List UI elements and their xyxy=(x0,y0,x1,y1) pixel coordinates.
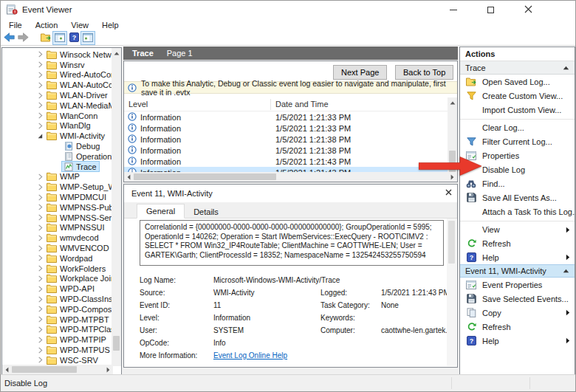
tree-item[interactable]: WPD-ClassInstal xyxy=(2,294,112,304)
tree-item[interactable]: WLAN-MediaMa xyxy=(2,100,112,111)
tree-item[interactable]: wmvdecod xyxy=(2,233,112,243)
tree-item-highlight[interactable]: WMPDMCUI xyxy=(44,193,109,202)
tree-item-highlight[interactable]: WlanConn xyxy=(44,111,100,120)
toolbar-button[interactable] xyxy=(81,32,95,44)
event-row[interactable]: Information 1/5/2021 1:21:38 PM xyxy=(124,134,448,145)
tree-item-highlight[interactable]: WorkFolders xyxy=(44,264,108,273)
back-to-top-button[interactable]: Back to Top xyxy=(395,65,453,80)
event-list-horizontal-scrollbar[interactable] xyxy=(124,172,457,182)
column-header-level[interactable]: Level xyxy=(124,99,271,110)
tree-horizontal-scrollbar[interactable] xyxy=(2,365,113,374)
tree-item-highlight[interactable]: wmvdecod xyxy=(44,233,101,243)
tree-item[interactable]: WPD-MTPBT xyxy=(2,314,112,325)
event-description[interactable]: CorrelationId = {00000000-0000-0000-0000… xyxy=(140,220,444,266)
tree-item-highlight[interactable]: Wordpad xyxy=(44,253,95,263)
tree-item[interactable]: Wired-AutoConf xyxy=(2,70,112,80)
tree-item-highlight[interactable]: Debug xyxy=(62,142,102,151)
expander-icon[interactable] xyxy=(36,316,44,323)
tree-item[interactable]: WPD-MTPUS xyxy=(2,345,112,355)
tree-item-highlight[interactable]: WMPNSS-Servic xyxy=(44,213,112,222)
collapse-icon[interactable] xyxy=(563,269,569,273)
tree-item[interactable]: Operational xyxy=(2,151,112,162)
tree-item-highlight[interactable]: WLAN-Driver xyxy=(44,91,110,100)
expander-icon[interactable] xyxy=(36,173,44,180)
tree-item-highlight[interactable]: WMP-Setup_WM xyxy=(44,182,112,192)
toolbar-button[interactable] xyxy=(16,32,30,44)
tree-item-highlight[interactable]: Wired-AutoConf xyxy=(44,70,112,80)
tree-item[interactable]: WMPDMCUI xyxy=(2,192,112,202)
collapse-icon[interactable] xyxy=(563,66,569,70)
action-item[interactable]: Copy xyxy=(460,306,575,320)
tree-item[interactable]: Trace xyxy=(2,162,112,172)
action-item[interactable]: Refresh xyxy=(460,236,575,250)
menu-item[interactable]: Action xyxy=(29,20,65,30)
actions-section-event[interactable]: Event 11, WMI-Activity xyxy=(460,264,575,278)
expander-icon[interactable] xyxy=(36,245,44,252)
tab-details[interactable]: Details xyxy=(185,205,227,219)
expander-icon[interactable] xyxy=(36,102,44,109)
tree-item[interactable]: WLAN-Driver xyxy=(2,90,112,100)
tree-vertical-scrollbar[interactable] xyxy=(112,48,121,366)
event-log-online-help-link[interactable]: Event Log Online Help xyxy=(213,351,287,360)
tree-item[interactable]: WMP xyxy=(2,172,112,182)
details-scrollbar[interactable] xyxy=(447,219,456,366)
tree-item[interactable]: WMPNSS-Public xyxy=(2,202,112,213)
maximize-button[interactable] xyxy=(478,1,503,18)
tree-item-highlight[interactable]: WMI-Activity xyxy=(44,131,107,141)
action-item[interactable]: Save Selected Events... xyxy=(460,292,575,306)
tree-item[interactable]: Winsock Networ xyxy=(2,49,112,60)
action-item[interactable]: Save All Events As... xyxy=(460,190,575,204)
tree-item-highlight[interactable]: WPD-MTPIP xyxy=(44,335,109,345)
tree-item[interactable]: WMP-Setup_WM xyxy=(2,182,112,192)
next-page-button[interactable]: Next Page xyxy=(333,65,387,80)
event-row[interactable]: Information 1/5/2021 1:21:33 PM xyxy=(124,123,448,134)
tree-item-highlight[interactable]: WMPNSS-Public xyxy=(44,202,112,212)
menu-item[interactable]: View xyxy=(64,20,95,30)
expander-icon[interactable] xyxy=(36,133,44,140)
expander-icon[interactable] xyxy=(36,123,44,129)
minimize-button[interactable] xyxy=(441,1,466,18)
tree-item[interactable]: Debug xyxy=(2,141,112,151)
expander-icon[interactable] xyxy=(36,326,44,333)
action-item[interactable]: Refresh xyxy=(460,320,575,334)
action-item[interactable]: Open Saved Log... xyxy=(460,75,575,89)
tree-item[interactable]: WPD-MTPClassD xyxy=(2,325,112,335)
action-item[interactable]: View xyxy=(460,221,575,236)
tree-item[interactable]: Workplace Join xyxy=(2,274,112,284)
toolbar-button[interactable]: ? xyxy=(67,32,80,44)
tree-item[interactable]: WMI-Activity xyxy=(2,131,112,141)
tree-item-highlight[interactable]: WPD-Composite xyxy=(44,304,112,314)
tree-item-highlight[interactable]: Winsrv xyxy=(44,60,87,69)
event-row[interactable]: Information 1/5/2021 1:21:33 PM xyxy=(124,111,448,123)
expander-icon[interactable] xyxy=(36,194,44,201)
tree-item[interactable]: WPD-Composite xyxy=(2,304,112,314)
expander-icon[interactable] xyxy=(36,204,44,210)
tree-item[interactable]: WMPNSSUI xyxy=(2,223,112,233)
tree-item[interactable]: Wordpad xyxy=(2,253,112,264)
event-row[interactable]: Information 1/5/2021 1:21:38 PM xyxy=(124,145,448,156)
expander-icon[interactable] xyxy=(36,112,44,119)
tree-item[interactable]: WLAN-AutoConf xyxy=(2,80,112,90)
tree-item-highlight[interactable]: Workplace Join xyxy=(44,274,112,283)
action-item[interactable]: Filter Current Log... xyxy=(460,134,575,148)
event-row[interactable]: Information 1/5/2021 1:21:43 PM xyxy=(124,156,448,167)
tree-item-highlight[interactable]: Trace xyxy=(62,162,99,171)
tree-item-highlight[interactable]: WSC-SRV xyxy=(44,355,100,365)
expander-icon[interactable] xyxy=(36,224,44,231)
action-item[interactable]: ? Help xyxy=(460,334,575,348)
tree-item-highlight[interactable]: WPD-MTPBT xyxy=(44,314,112,324)
tree-item-highlight[interactable]: WLAN-MediaMa xyxy=(44,100,112,110)
tree-item-highlight[interactable]: WPD-API xyxy=(44,284,97,294)
scroll-left-icon[interactable] xyxy=(124,172,134,182)
tree-item[interactable]: WMPNSS-Servic xyxy=(2,213,112,223)
tree-item[interactable]: WlanDlg xyxy=(2,121,112,131)
tree-item[interactable]: WMVENCOD xyxy=(2,243,112,253)
action-item[interactable]: Import Custom View... xyxy=(460,103,575,117)
tree-hscrollbar-thumb[interactable] xyxy=(12,366,77,373)
expander-icon[interactable] xyxy=(36,265,44,272)
tab-general[interactable]: General xyxy=(137,204,185,219)
expander-icon[interactable] xyxy=(36,92,44,99)
title-bar[interactable]: Event Viewer xyxy=(1,1,575,18)
expander-icon[interactable] xyxy=(36,61,44,68)
column-header-datetime[interactable]: Date and Time xyxy=(271,100,329,109)
